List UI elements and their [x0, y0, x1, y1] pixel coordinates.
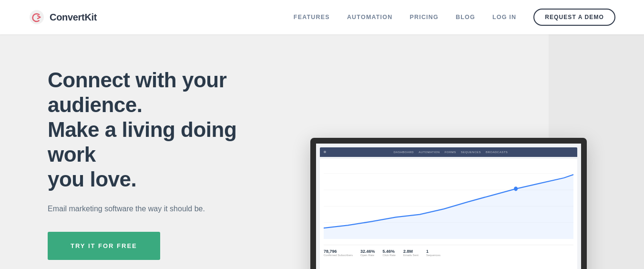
logo-text: ConvertKit — [50, 12, 97, 23]
stat-emails-value: 2.8M — [403, 249, 419, 254]
stat-sequences: 1 Sequences — [426, 249, 440, 257]
screen-tab-1: DASHBOARD — [394, 151, 414, 154]
screen-chart-area: 78,796 Confirmed Subscribers 32.46% Open… — [320, 159, 577, 269]
request-demo-button[interactable]: REQUEST A DEMO — [533, 9, 615, 26]
logo[interactable]: ConvertKit — [29, 9, 97, 25]
hero-left: Connect with your audience. Make a livin… — [0, 34, 276, 269]
screen-nav-tabs: DASHBOARD AUTOMATION FORMS SEQUENCES BRO… — [328, 151, 573, 154]
svg-marker-4 — [324, 175, 573, 239]
header: ConvertKit FEATURES AUTOMATION PRICING B… — [0, 0, 644, 34]
nav-login[interactable]: LOG IN — [492, 14, 516, 21]
try-free-button[interactable]: TRY IT FOR FREE — [48, 232, 160, 260]
stat-emails-sent: 2.8M Emails Sent — [403, 249, 419, 257]
screen-tab-3: FORMS — [445, 151, 456, 154]
laptop-screen: DASHBOARD AUTOMATION FORMS SEQUENCES BRO… — [310, 138, 587, 269]
stat-click-rate: 5.46% Click Rate — [383, 249, 396, 257]
screen-tab-4: SEQUENCES — [461, 151, 481, 154]
screen-tab-5: BROADCASTS — [486, 151, 508, 154]
screen-tab-2: AUTOMATION — [419, 151, 440, 154]
screen-nav-dot — [324, 151, 326, 153]
laptop-mockup: WE Exist TO HELP Creators EARN A LIVING … — [291, 138, 596, 269]
hero-section: Connect with your audience. Make a livin… — [0, 34, 644, 269]
stat-open-rate-label: Open Rate — [360, 254, 375, 257]
svg-point-5 — [514, 186, 518, 191]
stat-click-rate-value: 5.46% — [383, 249, 396, 254]
hero-subtext: Email marketing software the way it shou… — [48, 203, 248, 215]
nav-pricing[interactable]: PRICING — [409, 14, 439, 21]
nav-blog[interactable]: BLOG — [456, 14, 475, 21]
stat-subscribers-value: 78,796 — [324, 249, 353, 254]
stat-sequences-label: Sequences — [426, 254, 440, 257]
stat-click-rate-label: Click Rate — [383, 254, 396, 257]
hero-headline: Connect with your audience. Make a livin… — [48, 68, 248, 192]
screen-stats: 78,796 Confirmed Subscribers 32.46% Open… — [324, 245, 573, 257]
screen-content: DASHBOARD AUTOMATION FORMS SEQUENCES BRO… — [316, 144, 581, 269]
main-nav: FEATURES AUTOMATION PRICING BLOG LOG IN … — [294, 9, 615, 26]
stat-emails-label: Emails Sent — [403, 254, 419, 257]
hero-right: WE Exist TO HELP Creators EARN A LIVING … — [276, 34, 644, 269]
nav-automation[interactable]: AUTOMATION — [347, 14, 393, 21]
stat-open-rate: 32.46% Open Rate — [360, 249, 375, 257]
stat-open-rate-value: 32.46% — [360, 249, 375, 254]
stat-subscribers-label: Confirmed Subscribers — [324, 254, 353, 257]
stat-sequences-value: 1 — [426, 249, 440, 254]
nav-features[interactable]: FEATURES — [294, 14, 330, 21]
stat-subscribers: 78,796 Confirmed Subscribers — [324, 249, 353, 257]
chart-svg — [324, 163, 573, 239]
convertkit-logo-icon — [29, 9, 45, 25]
screen-nav-bar: DASHBOARD AUTOMATION FORMS SEQUENCES BRO… — [320, 147, 577, 157]
